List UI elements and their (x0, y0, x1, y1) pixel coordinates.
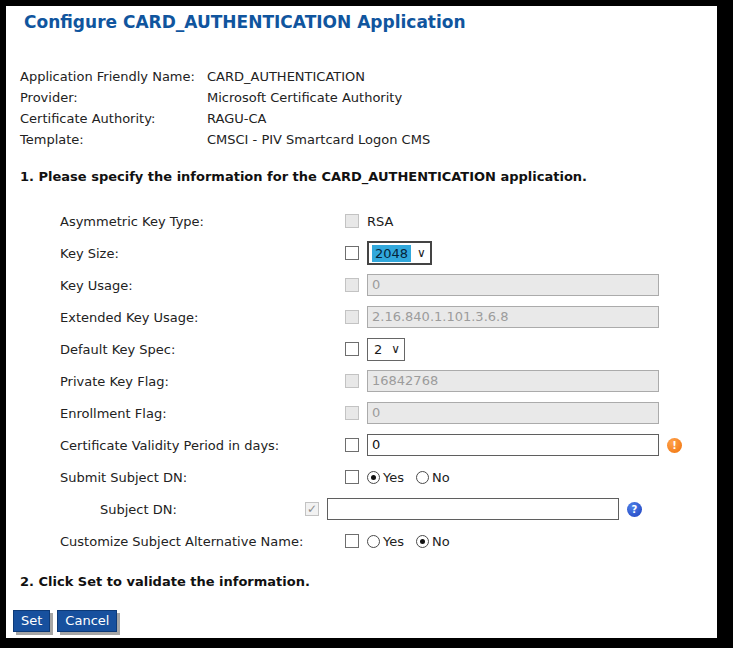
customize-san-no-label: No (432, 534, 450, 549)
customize-san-yes-label: Yes (383, 534, 404, 549)
extended-key-usage-input: 2.16.840.1.101.3.6.8 (367, 306, 659, 328)
key-size-select[interactable]: 2048 ∨ (367, 241, 432, 265)
key-usage-input: 0 (367, 274, 659, 296)
default-key-spec-selected-value: 2 (371, 341, 385, 358)
submit-subject-dn-checkbox[interactable] (345, 470, 359, 484)
action-button-bar: Set Cancel (13, 610, 124, 632)
subject-dn-label: Subject DN: (60, 502, 305, 517)
friendly-name-value: CARD_AUTHENTICATION (207, 69, 365, 84)
private-key-flag-label: Private Key Flag: (60, 374, 345, 389)
default-key-spec-checkbox[interactable] (345, 342, 359, 356)
row-private-key-flag: Private Key Flag: 16842768 (6, 365, 717, 397)
key-size-label: Key Size: (60, 246, 345, 261)
provider-value: Microsoft Certificate Authority (207, 90, 402, 105)
row-enrollment-flag: Enrollment Flag: 0 (6, 397, 717, 429)
submit-subject-dn-no-label: No (432, 470, 450, 485)
key-usage-checkbox (345, 278, 359, 292)
row-certificate-validity: Certificate Validity Period in days: 0 ! (6, 429, 717, 461)
key-size-checkbox[interactable] (345, 246, 359, 260)
private-key-flag-input: 16842768 (367, 370, 659, 392)
asymmetric-key-type-value: RSA (367, 214, 393, 229)
enrollment-flag-label: Enrollment Flag: (60, 406, 345, 421)
row-default-key-spec: Default Key Spec: 2 ∨ (6, 333, 717, 365)
help-icon[interactable]: ? (627, 502, 642, 517)
certificate-authority-value: RAGU-CA (207, 111, 266, 126)
friendly-name-label: Application Friendly Name: (20, 69, 207, 84)
customize-san-label: Customize Subject Alternative Name: (60, 534, 345, 549)
window-frame: Configure CARD_AUTHENTICATION Applicatio… (0, 0, 733, 648)
certificate-authority-label: Certificate Authority: (20, 111, 207, 126)
row-customize-san: Customize Subject Alternative Name: Yes … (6, 525, 717, 557)
customize-san-checkbox[interactable] (345, 534, 359, 548)
subject-dn-checkbox: ✓ (305, 502, 319, 516)
chevron-down-icon: ∨ (417, 247, 426, 259)
template-label: Template: (20, 132, 207, 147)
template-value: CMSCI - PIV Smartcard Logon CMS (207, 132, 430, 147)
info-row-friendly-name: Application Friendly Name: CARD_AUTHENTI… (20, 66, 430, 87)
step1-heading: 1. Please specify the information for th… (20, 169, 587, 184)
customize-san-no-radio[interactable] (416, 535, 429, 548)
key-size-selected-value: 2048 (372, 245, 411, 262)
application-settings-form: Asymmetric Key Type: RSA Key Size: 2048 … (6, 205, 717, 557)
info-row-provider: Provider: Microsoft Certificate Authorit… (20, 87, 430, 108)
subject-dn-input[interactable] (327, 498, 619, 520)
asymmetric-key-type-checkbox (345, 214, 359, 228)
asymmetric-key-type-label: Asymmetric Key Type: (60, 214, 345, 229)
info-row-certificate-authority: Certificate Authority: RAGU-CA (20, 108, 430, 129)
warning-icon: ! (667, 438, 682, 453)
provider-label: Provider: (20, 90, 207, 105)
row-extended-key-usage: Extended Key Usage: 2.16.840.1.101.3.6.8 (6, 301, 717, 333)
key-usage-label: Key Usage: (60, 278, 345, 293)
enrollment-flag-checkbox (345, 406, 359, 420)
row-subject-dn: Subject DN: ✓ ? (6, 493, 717, 525)
page-title: Configure CARD_AUTHENTICATION Applicatio… (24, 12, 466, 32)
configure-application-page: Configure CARD_AUTHENTICATION Applicatio… (6, 6, 717, 638)
cancel-button[interactable]: Cancel (57, 610, 117, 632)
customize-san-yes-radio[interactable] (367, 535, 380, 548)
certificate-validity-checkbox[interactable] (345, 438, 359, 452)
submit-subject-dn-no-radio[interactable] (416, 471, 429, 484)
default-key-spec-select[interactable]: 2 ∨ (367, 338, 405, 361)
row-asymmetric-key-type: Asymmetric Key Type: RSA (6, 205, 717, 237)
submit-subject-dn-yes-label: Yes (383, 470, 404, 485)
step2-heading: 2. Click Set to validate the information… (20, 574, 310, 589)
application-info-block: Application Friendly Name: CARD_AUTHENTI… (20, 66, 430, 150)
enrollment-flag-input: 0 (367, 402, 659, 424)
chevron-down-icon: ∨ (391, 343, 400, 355)
row-key-size: Key Size: 2048 ∨ (6, 237, 717, 269)
extended-key-usage-checkbox (345, 310, 359, 324)
set-button[interactable]: Set (13, 610, 50, 632)
submit-subject-dn-yes-radio[interactable] (367, 471, 380, 484)
certificate-validity-input[interactable]: 0 (367, 434, 659, 456)
extended-key-usage-label: Extended Key Usage: (60, 310, 345, 325)
certificate-validity-label: Certificate Validity Period in days: (60, 438, 345, 453)
submit-subject-dn-label: Submit Subject DN: (60, 470, 345, 485)
info-row-template: Template: CMSCI - PIV Smartcard Logon CM… (20, 129, 430, 150)
row-submit-subject-dn: Submit Subject DN: Yes No (6, 461, 717, 493)
default-key-spec-label: Default Key Spec: (60, 342, 345, 357)
row-key-usage: Key Usage: 0 (6, 269, 717, 301)
private-key-flag-checkbox (345, 374, 359, 388)
